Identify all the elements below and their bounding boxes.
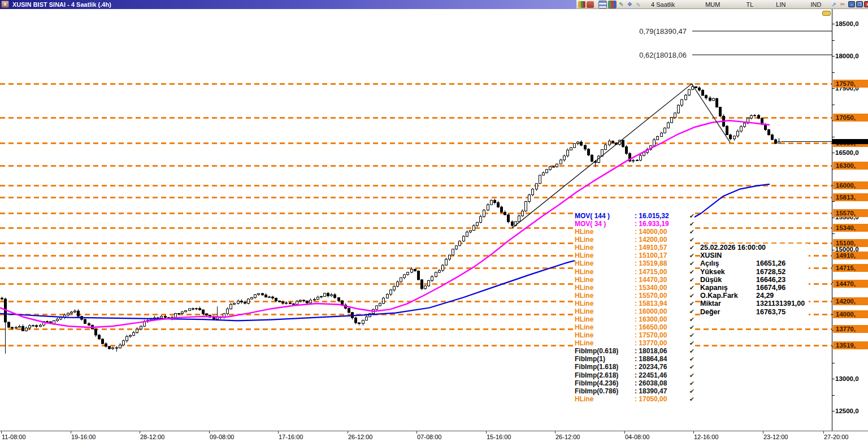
databox-label: Kapanış — [700, 284, 756, 292]
legend-row-fibimp-1-[interactable]: FibImp(1): 18864,84✔ — [575, 355, 695, 363]
legend-row-fibimp-1.618-[interactable]: FibImp(1.618): 20234,76✔ — [575, 363, 695, 371]
visibility-check-icon[interactable]: ✔ — [685, 395, 695, 403]
visibility-check-icon[interactable]: ✔ — [685, 284, 695, 292]
visibility-check-icon[interactable]: ✔ — [685, 371, 695, 379]
indicator-value: : 15340,00 — [635, 284, 685, 292]
price-tick — [832, 88, 835, 89]
indicator-name: FibImp(0.786) — [575, 387, 635, 395]
legend-row-fibimp-4.236-[interactable]: FibImp(4.236): 26038,08✔ — [575, 379, 695, 387]
databox-label: Değer — [700, 308, 756, 316]
tools-icon[interactable]: ✂ — [839, 1, 846, 8]
hline-price-badge: 17570, — [833, 80, 868, 88]
indicator-value: : 17050,00 — [635, 395, 685, 403]
time-axis[interactable]: 11-08:0019-16:0028-12:0009-08:0017-16:00… — [0, 431, 868, 442]
currency-select[interactable]: TL — [746, 1, 753, 8]
visibility-check-icon[interactable]: ✔ — [685, 252, 695, 259]
visibility-check-icon[interactable]: ✔ — [685, 387, 695, 395]
databox-row: O.Kap.Fark24,29 — [700, 292, 809, 300]
link-arrow-icon[interactable]: ➚ — [830, 1, 837, 8]
visibility-check-icon[interactable]: ✔ — [685, 307, 695, 315]
visibility-check-icon[interactable]: ✔ — [685, 347, 695, 355]
candle-style-icon[interactable] — [578, 1, 585, 8]
scale-select[interactable]: LIN — [776, 1, 785, 8]
price-label: 13000,0 — [835, 375, 859, 382]
indicator-name: HLine — [575, 307, 635, 315]
legend-row-hline[interactable]: HLine: 15813,94✔ — [575, 300, 695, 307]
indicator-value: : 15570,00 — [635, 292, 685, 300]
legend-row-hline[interactable]: HLine: 14470,30✔ — [575, 276, 695, 284]
legend-row-hline[interactable]: HLine: 14000,00✔ — [575, 228, 695, 236]
visibility-check-icon[interactable]: ✔ — [685, 315, 695, 323]
time-label: 11-08:00 — [2, 434, 26, 440]
time-label: 27-20:00 — [824, 434, 848, 440]
legend-row-mov-34-[interactable]: MOV( 34 ): 16.933,19✔ — [575, 220, 695, 228]
chart-type-select[interactable]: MUM — [705, 1, 720, 8]
price-tick — [832, 201, 835, 202]
navigate-icon[interactable]: ✥ — [626, 1, 633, 8]
period-select[interactable]: 4 Saatlik — [651, 1, 675, 8]
close-button[interactable]: x — [864, 1, 868, 7]
price-tick — [832, 250, 835, 250]
time-label: 19-16:00 — [71, 434, 96, 440]
legend-row-mov-144-[interactable]: MOV( 144 ): 16.015,32✔ — [575, 212, 695, 220]
visibility-check-icon[interactable]: ✔ — [685, 212, 695, 220]
indicator-name: HLine — [575, 236, 635, 244]
visibility-check-icon[interactable]: ✔ — [685, 268, 695, 276]
indicator-value: : 16000,00 — [635, 307, 685, 315]
visibility-check-icon[interactable]: ✔ — [685, 236, 695, 244]
book-icon[interactable] — [587, 1, 594, 8]
legend-row-fibimp-0.618-[interactable]: FibImp(0.618): 18018,06✔ — [575, 347, 695, 355]
databox-label: Yüksek — [700, 268, 756, 276]
mini-chart-icon[interactable] — [608, 1, 617, 8]
indicator-name: HLine — [575, 228, 635, 236]
indicator-line-icon[interactable]: ∿ — [635, 1, 642, 8]
visibility-check-icon[interactable]: ✔ — [685, 355, 695, 363]
visibility-check-icon[interactable]: ✔ — [685, 323, 695, 331]
legend-row-hline[interactable]: HLine: 15570,00✔ — [575, 292, 695, 300]
indicator-name: HLine — [575, 300, 635, 307]
legend-row-hline[interactable]: HLine: 17050,00✔ — [575, 395, 695, 403]
restore-button[interactable]: ❐ — [856, 1, 863, 7]
legend-row-fibimp-2.618-[interactable]: FibImp(2.618): 22451,46✔ — [575, 371, 695, 379]
legend-row-hline[interactable]: HLine: 13770,00✔ — [575, 339, 695, 347]
databox-label: O.Kap.Fark — [700, 292, 756, 300]
pencil-icon[interactable]: ✎ — [618, 1, 625, 8]
legend-row-hline[interactable]: HLine: 14200,00✔ — [575, 236, 695, 244]
legend-row-hline[interactable]: HLine: 17570,00✔ — [575, 331, 695, 339]
price-tick — [832, 40, 835, 41]
panel-close-icon[interactable]: x — [1, 1, 9, 8]
indicator-name: MOV( 34 ) — [575, 220, 635, 228]
hline-price-badge: 14000, — [833, 310, 868, 318]
visibility-check-icon[interactable]: ✔ — [685, 363, 695, 371]
legend-row-hline[interactable]: HLine: 16650,00✔ — [575, 323, 695, 331]
databox-row: Açılış16651,26 — [700, 259, 809, 267]
visibility-check-icon[interactable]: ✔ — [685, 379, 695, 387]
visibility-check-icon[interactable]: ✔ — [685, 339, 695, 347]
chart-plot-area[interactable] — [0, 0, 868, 442]
visibility-check-icon[interactable]: ✔ — [685, 244, 695, 252]
visibility-check-icon[interactable]: ✔ — [685, 276, 695, 284]
legend-row-hline[interactable]: HLine: 15100,17✔ — [575, 252, 695, 259]
grid-table-icon[interactable] — [598, 1, 607, 8]
time-label: 09-08:00 — [210, 434, 234, 440]
legend-row-hline[interactable]: HLine: 13519,88✔ — [575, 259, 695, 267]
visibility-check-icon[interactable]: ✔ — [685, 259, 695, 267]
visibility-check-icon[interactable]: ✔ — [685, 331, 695, 339]
legend-row-hline[interactable]: HLine: 14910,57✔ — [575, 244, 695, 252]
visibility-check-icon[interactable]: ✔ — [685, 228, 695, 236]
visibility-check-icon[interactable]: ✔ — [685, 220, 695, 228]
legend-row-hline[interactable]: HLine: 16000,00✔ — [575, 307, 695, 315]
indicator-legend: MOV( 144 ): 16.015,32✔MOV( 34 ): 16.933,… — [575, 212, 695, 403]
visibility-check-icon[interactable]: ✔ — [685, 292, 695, 300]
price-tick — [832, 56, 835, 57]
visibility-check-icon[interactable]: ✔ — [685, 300, 695, 307]
legend-row-fibimp-0.786-[interactable]: FibImp(0.786): 18390,47✔ — [575, 387, 695, 395]
legend-row-hline[interactable]: HLine: 15340,00✔ — [575, 284, 695, 292]
indicator-select[interactable]: IND — [810, 1, 821, 8]
minimize-button[interactable]: - — [848, 1, 855, 7]
axis-info-icon[interactable] — [822, 11, 831, 16]
legend-row-hline[interactable]: HLine: 16300,00✔ — [575, 315, 695, 323]
indicator-name: HLine — [575, 331, 635, 339]
legend-row-hline[interactable]: HLine: 14715,00✔ — [575, 268, 695, 276]
price-axis[interactable]: 18500,018000,017500,016500,015500,015000… — [832, 9, 868, 431]
